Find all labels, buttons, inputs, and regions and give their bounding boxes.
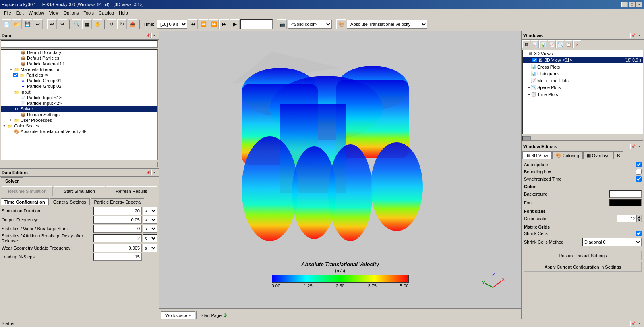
- rewind-button[interactable]: ⏮: [188, 19, 198, 29]
- tree-item-domain-settings[interactable]: 📦 Domain Settings: [1, 112, 157, 117]
- tree-item-default-boundary[interactable]: 📦 Default Boundary: [1, 50, 157, 55]
- win-time-btn[interactable]: 📋: [565, 40, 573, 48]
- camera-btn[interactable]: 📷: [277, 19, 287, 29]
- we-controls[interactable]: 📌 ×: [630, 144, 642, 149]
- tab-solver[interactable]: Solver: [1, 177, 23, 185]
- field-icon[interactable]: 🎨: [336, 19, 346, 29]
- tab-start-page[interactable]: Start Page ⊕: [196, 311, 231, 319]
- expand-icon[interactable]: [15, 56, 20, 60]
- we-pin[interactable]: 📌: [630, 144, 636, 149]
- sim-duration-unit[interactable]: s: [143, 207, 157, 215]
- wear-geo-unit[interactable]: s: [143, 244, 157, 252]
- spin-down[interactable]: ▼: [637, 219, 642, 222]
- data-editors-controls[interactable]: 📌 ×: [145, 170, 157, 175]
- win-item-histograms[interactable]: − 📊 Histograms: [523, 70, 643, 77]
- tree-item-materials-interaction[interactable]: − 📁 Materials Interaction: [1, 67, 157, 72]
- loading-n-input[interactable]: [93, 253, 142, 261]
- next-button[interactable]: ⏩: [209, 19, 219, 29]
- win-item-3dviews[interactable]: − 🖥 3D Views: [523, 50, 643, 57]
- particles-checkbox[interactable]: [13, 73, 18, 77]
- expand-icon[interactable]: [15, 61, 20, 66]
- end-button[interactable]: ⏭: [219, 19, 229, 29]
- windows-panel-controls[interactable]: 📌 ×: [630, 33, 642, 38]
- expand-icon[interactable]: [15, 50, 20, 55]
- tab-particle-energy[interactable]: Particle Energy Spectra: [91, 198, 145, 205]
- minimize-button[interactable]: _: [621, 2, 628, 7]
- toolbar-export[interactable]: 📤: [128, 19, 137, 29]
- font-color-picker[interactable]: [609, 199, 642, 206]
- output-freq-unit[interactable]: s: [143, 216, 157, 224]
- menu-help[interactable]: Help: [116, 10, 130, 16]
- toolbar-save[interactable]: 💾: [23, 19, 32, 29]
- tree-item-particle-group-01[interactable]: ● Particle Group 01: [1, 78, 157, 83]
- refresh-results-button[interactable]: Refresh Results: [106, 186, 157, 196]
- we-tab-coloring[interactable]: 🎨 Coloring: [552, 151, 583, 159]
- tree-item-input[interactable]: − 📁 Input: [1, 89, 157, 95]
- tree-item-particles[interactable]: − 📁 Particles 👁: [1, 72, 157, 78]
- color-field-select[interactable]: Absolute Translational Velocity: [347, 20, 427, 29]
- tree-item-particle-material[interactable]: 📦 Particle Material 01: [1, 61, 157, 67]
- expand-icon[interactable]: [15, 84, 20, 89]
- win-item-time-plots[interactable]: − 📋 Time Plots: [523, 91, 643, 98]
- win-3dview-btn[interactable]: 🖥: [522, 40, 530, 48]
- win-space-btn[interactable]: 📉: [556, 40, 564, 48]
- win-delete-btn[interactable]: ×: [573, 40, 581, 48]
- win-item-cross-plots[interactable]: − 📊 Cross Plots: [523, 63, 643, 70]
- shrink-method-select[interactable]: Diagonal 0: [582, 238, 642, 246]
- tree-item-default-particles[interactable]: 📦 Default Particles: [1, 55, 157, 61]
- bounding-box-checkbox[interactable]: [636, 169, 642, 175]
- restore-defaults-button[interactable]: Restore Default Settings: [524, 251, 642, 260]
- toolbar-open[interactable]: 📂: [12, 19, 22, 29]
- menu-view[interactable]: View: [47, 10, 61, 16]
- shrink-cells-checkbox[interactable]: [636, 231, 642, 236]
- tree-item-particle-input-2[interactable]: 📄 Particle Input <2>: [1, 100, 157, 106]
- title-bar-buttons[interactable]: _ □ ×: [621, 2, 642, 7]
- status-bar-close[interactable]: ×: [637, 321, 642, 326]
- toolbar-undo2[interactable]: ↩: [33, 19, 43, 29]
- data-panel-pin[interactable]: 📌: [145, 33, 151, 38]
- menu-tools[interactable]: Tools: [81, 10, 96, 16]
- status-bar-pin[interactable]: 📌: [630, 321, 636, 326]
- win-item-3dview-01[interactable]: 🖥 3D View <01> [18] 0.9 s: [523, 57, 643, 63]
- data-panel-close[interactable]: ×: [151, 33, 157, 38]
- menu-window[interactable]: Window: [26, 10, 47, 16]
- toolbar-rotate-left[interactable]: ↺: [107, 19, 116, 29]
- tree-item-color-scales[interactable]: + 📁 Color Scales: [1, 123, 157, 129]
- stats-wear-unit[interactable]: s: [143, 225, 157, 233]
- auto-update-checkbox[interactable]: [636, 162, 642, 167]
- expand-icon[interactable]: −: [8, 73, 13, 77]
- output-freq-input[interactable]: [93, 216, 142, 224]
- resume-simulation-button[interactable]: Resume Simulation: [2, 186, 53, 196]
- play-button[interactable]: ▶: [230, 19, 240, 29]
- prev-button[interactable]: ⏪: [199, 19, 208, 29]
- expand-icon[interactable]: +: [2, 123, 7, 128]
- stats-attrition-input[interactable]: [93, 234, 142, 242]
- expand-icon[interactable]: +: [8, 118, 13, 123]
- stats-wear-input[interactable]: [93, 225, 142, 233]
- tree-item-abs-vel[interactable]: 🎨 Absolute Translational Velocity 👁: [1, 129, 157, 134]
- toolbar-btn1[interactable]: ↩: [47, 19, 57, 29]
- win-item-space-plots[interactable]: − 📉 Space Plots: [523, 84, 643, 91]
- menu-file[interactable]: File: [2, 10, 14, 16]
- scrollbar-thumb[interactable]: [523, 136, 531, 140]
- we-tab-b[interactable]: B: [613, 151, 623, 159]
- close-button[interactable]: ×: [636, 2, 642, 7]
- data-search-input[interactable]: [1, 40, 158, 48]
- win-multi-btn[interactable]: 📈: [548, 40, 556, 48]
- windows-panel-pin[interactable]: 📌: [630, 33, 636, 38]
- windows-panel-close[interactable]: ×: [637, 33, 642, 38]
- maximize-button[interactable]: □: [629, 2, 635, 7]
- status-bar-controls[interactable]: 📌 ×: [630, 321, 642, 326]
- tree-item-particle-group-02[interactable]: ● Particle Group 02: [1, 83, 157, 89]
- tab-time-config[interactable]: Time Configuration: [1, 198, 49, 205]
- tab-workspace[interactable]: Workspace ×: [161, 311, 195, 319]
- win-item-multitime[interactable]: − 📈 Multi Time Plots: [523, 77, 643, 84]
- toolbar-select[interactable]: ▦: [82, 19, 92, 29]
- wear-geo-input[interactable]: [93, 244, 142, 252]
- menu-catalog[interactable]: Catalog: [96, 10, 116, 16]
- toolbar-zoom[interactable]: 🔍: [72, 19, 81, 29]
- menu-edit[interactable]: Edit: [14, 10, 26, 16]
- time-select[interactable]: [18] 0.9 s: [157, 20, 187, 29]
- we-close[interactable]: ×: [637, 144, 642, 149]
- data-editors-close[interactable]: ×: [151, 170, 157, 175]
